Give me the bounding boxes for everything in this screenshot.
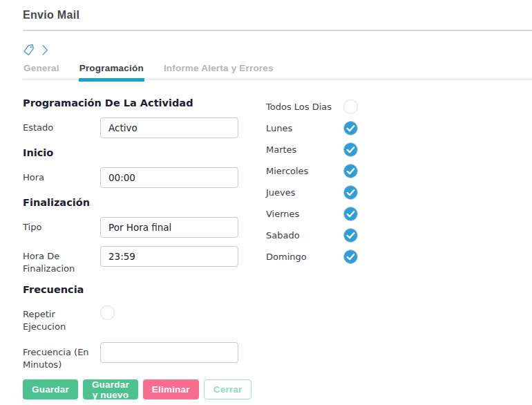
day-checkbox[interactable] [343,121,358,135]
eliminar-button[interactable]: Eliminar [143,379,199,399]
day-checkbox[interactable] [343,142,358,157]
day-label: Domingo [266,252,343,262]
repetir-ejecucion-label: Repetir Ejecucion [23,304,95,333]
day-row: Domingo [266,249,418,264]
hora-finalizacion-label: Hora De Finalizacion [23,246,95,275]
section-title-frecuencia: Frecuencia [23,285,240,296]
day-label: Martes [266,144,343,155]
form-column: Programación De La Actividad Estado Inic… [23,98,240,399]
content: Programación De La Actividad Estado Inic… [23,98,532,399]
day-row: Viernes [266,207,418,221]
estado-input[interactable] [100,117,238,138]
tab-general[interactable]: General [23,62,60,79]
day-row: Todos Los Dias [266,100,418,114]
field-frecuencia-minutos: Frecuencia (En Minutos) [23,342,240,371]
page-title: Envio Mail [23,9,532,21]
tab-programacion[interactable]: Programación [79,62,144,79]
field-hora-finalizacion: Hora De Finalizacion [23,246,240,275]
breadcrumb [23,44,532,56]
guardar-y-nuevo-button[interactable]: Guardar y nuevo [83,379,138,399]
hora-finalizacion-input[interactable] [100,246,238,267]
section-title-actividad: Programación De La Actividad [23,98,240,109]
field-estado: Estado [23,117,240,138]
section-title-inicio: Inicio [23,148,240,159]
repetir-ejecucion-checkbox[interactable] [100,305,115,320]
envio-mail-page: Envio Mail General Programación Informe … [0,0,532,405]
tipo-label: Tipo [23,217,95,234]
repetir-ejecucion-wrap [100,304,115,323]
frecuencia-minutos-label: Frecuencia (En Minutos) [23,342,95,371]
day-checkbox[interactable] [343,207,358,221]
guardar-button[interactable]: Guardar [23,379,78,399]
day-label: Sabado [266,230,343,241]
day-label: Lunes [266,123,343,133]
day-label: Viernes [266,209,343,219]
chevron-right-icon [42,45,48,55]
day-row: Lunes [266,121,418,135]
field-tipo: Tipo [23,217,240,238]
day-row: Jueves [266,185,418,200]
hora-input[interactable] [100,167,238,188]
cerrar-button[interactable]: Cerrar [204,379,252,399]
day-label: Todos Los Dias [266,102,343,112]
title-divider [23,30,532,31]
tab-bar: General Programación Informe Alerta y Er… [23,62,532,79]
day-row: Miercoles [266,164,418,178]
hora-label: Hora [23,167,95,184]
tab-informe-alerta-errores[interactable]: Informe Alerta y Errores [163,62,274,79]
day-checkbox[interactable] [343,228,358,243]
day-label: Miercoles [266,166,343,176]
tipo-input[interactable] [100,217,238,238]
day-row: Sabado [266,228,418,243]
day-checkbox[interactable] [343,164,358,178]
section-title-finalizacion: Finalización [23,198,240,209]
day-checkbox[interactable] [343,100,358,114]
days-list: Todos Los Dias Lunes Martes Miercoles [266,100,418,264]
field-hora: Hora [23,167,240,188]
tag-icon[interactable] [23,44,35,56]
field-repetir-ejecucion: Repetir Ejecucion [23,304,240,333]
estado-label: Estado [23,117,95,134]
day-checkbox[interactable] [343,249,358,264]
day-checkbox[interactable] [343,185,358,200]
frecuencia-minutos-input[interactable] [100,342,238,363]
day-label: Jueves [266,187,343,198]
days-column: Todos Los Dias Lunes Martes Miercoles [266,98,418,399]
day-row: Martes [266,142,418,157]
button-row: Guardar Guardar y nuevo Eliminar Cerrar [23,379,240,399]
